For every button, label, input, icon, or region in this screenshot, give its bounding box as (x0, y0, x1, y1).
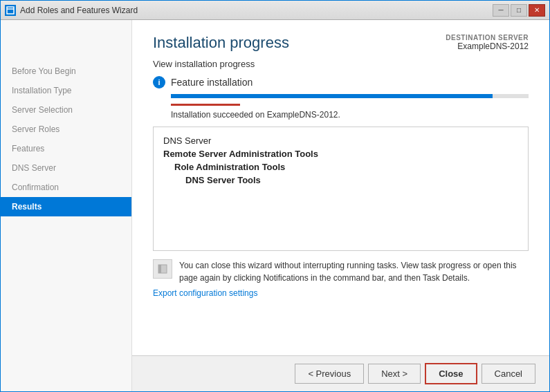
sidebar-item-server-roles[interactable]: Server Roles (1, 120, 131, 139)
feature-role-admin-tools: Role Administration Tools (163, 162, 518, 172)
sidebar-item-features[interactable]: Features (1, 139, 131, 158)
sidebar-item-server-selection[interactable]: Server Selection (1, 100, 131, 120)
export-configuration-link[interactable]: Export configuration settings (153, 288, 529, 302)
sidebar: Before You Begin Installation Type Serve… (1, 20, 132, 391)
sidebar-item-confirmation[interactable]: Confirmation (1, 178, 131, 197)
content-area: Before You Begin Installation Type Serve… (1, 20, 549, 391)
footer: < Previous Next > Close Cancel (132, 355, 549, 391)
success-message: Installation succeeded on ExampleDNS-201… (171, 110, 529, 120)
svg-rect-0 (7, 7, 14, 14)
feature-rsat: Remote Server Administration Tools (163, 149, 518, 159)
view-progress-label: View installation progress (153, 59, 529, 69)
page-title: Installation progress (153, 34, 289, 52)
progress-bar-fill (171, 94, 493, 98)
notification-text: You can close this wizard without interr… (179, 259, 529, 284)
title-bar-buttons: ─ □ ✕ (493, 4, 545, 17)
main-content: Installation progress DESTINATION SERVER… (132, 20, 549, 391)
close-button[interactable]: Close (425, 363, 477, 384)
notification-icon (153, 259, 172, 279)
feature-dns-server-tools: DNS Server Tools (163, 175, 518, 185)
feature-installation-label: Feature installation (171, 77, 253, 88)
title-bar: Add Roles and Features Wizard ─ □ ✕ (1, 1, 549, 20)
close-window-button[interactable]: ✕ (529, 4, 545, 17)
window-title: Add Roles and Features Wizard (20, 6, 138, 15)
svg-rect-3 (158, 265, 161, 273)
main-header: Installation progress DESTINATION SERVER… (132, 20, 549, 59)
window-icon (5, 5, 16, 16)
next-button[interactable]: Next > (368, 364, 421, 384)
sidebar-item-before-you-begin[interactable]: Before You Begin (1, 62, 131, 81)
sidebar-item-dns-server[interactable]: DNS Server (1, 158, 131, 178)
notification-row: You can close this wizard without interr… (153, 251, 529, 288)
minimize-button[interactable]: ─ (493, 4, 509, 17)
feature-dns-server: DNS Server (163, 136, 518, 146)
destination-server-info: DESTINATION SERVER ExampleDNS-2012 (446, 34, 529, 51)
main-window: Add Roles and Features Wizard ─ □ ✕ Befo… (0, 0, 550, 392)
title-bar-left: Add Roles and Features Wizard (5, 5, 138, 16)
destination-name: ExampleDNS-2012 (446, 41, 529, 51)
sidebar-item-results[interactable]: Results (1, 197, 131, 216)
maximize-button[interactable]: □ (511, 4, 527, 17)
feature-installation-row: i Feature installation (153, 76, 529, 88)
previous-button[interactable]: < Previous (295, 364, 364, 384)
destination-label: DESTINATION SERVER (446, 34, 529, 41)
info-icon-text: i (158, 78, 160, 86)
main-body: View installation progress i Feature ins… (132, 59, 549, 355)
progress-red-line (171, 104, 240, 106)
cancel-button[interactable]: Cancel (482, 364, 535, 384)
progress-bar-container (171, 94, 529, 98)
installed-features-box: DNS Server Remote Server Administration … (153, 127, 529, 251)
sidebar-item-installation-type[interactable]: Installation Type (1, 81, 131, 100)
info-icon: i (153, 76, 165, 88)
